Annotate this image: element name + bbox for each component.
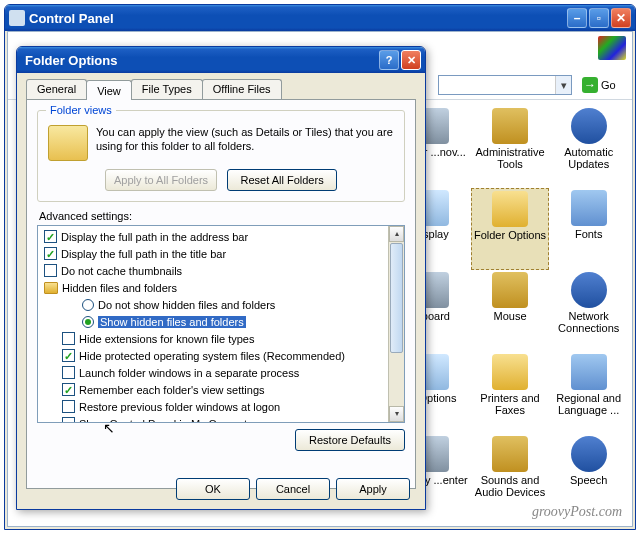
- tree-row-label: Remember each folder's view settings: [79, 384, 265, 396]
- dialog-title: Folder Options: [21, 53, 379, 68]
- tree-row[interactable]: Remember each folder's view settings: [38, 381, 388, 398]
- checkbox-icon[interactable]: [62, 383, 75, 396]
- checkbox-icon[interactable]: [62, 417, 75, 422]
- cp-item-label: Speech: [570, 474, 607, 486]
- tree-row-label: Do not show hidden files and folders: [98, 299, 275, 311]
- cp-item[interactable]: Folder Options: [471, 188, 550, 270]
- tree-row[interactable]: Do not cache thumbnails: [38, 262, 388, 279]
- tab-offline-files[interactable]: Offline Files: [202, 79, 282, 99]
- tab-panel-view: Folder views You can apply the view (suc…: [26, 99, 416, 489]
- main-titlebar[interactable]: Control Panel – ▫ ✕: [5, 5, 635, 31]
- tree-row[interactable]: Hide protected operating system files (R…: [38, 347, 388, 364]
- apply-all-folders-button[interactable]: Apply to All Folders: [105, 169, 217, 191]
- dialog-body: GeneralViewFile TypesOffline Files Folde…: [20, 73, 422, 506]
- tree-row-label: Do not cache thumbnails: [61, 265, 182, 277]
- folder-icon: [44, 282, 58, 294]
- radio-icon[interactable]: [82, 316, 94, 328]
- tree-row-label: Hide protected operating system files (R…: [79, 350, 345, 362]
- go-arrow-icon: →: [582, 77, 598, 93]
- scroll-up-icon[interactable]: ▴: [389, 226, 404, 242]
- cp-item-icon: [492, 108, 528, 144]
- folder-views-legend: Folder views: [46, 104, 116, 116]
- cp-item[interactable]: Network Connections: [549, 270, 628, 352]
- scroll-thumb[interactable]: [390, 243, 403, 353]
- help-button[interactable]: ?: [379, 50, 399, 70]
- tree-row[interactable]: Hidden files and folders: [38, 279, 388, 296]
- tree-row[interactable]: Show Control Panel in My Computer: [38, 415, 388, 422]
- cancel-button[interactable]: Cancel: [256, 478, 330, 500]
- address-bar[interactable]: ▾: [438, 75, 572, 95]
- folder-views-group: Folder views You can apply the view (suc…: [37, 110, 405, 202]
- tree-scrollbar[interactable]: ▴ ▾: [388, 226, 404, 422]
- tree-row-label: Hide extensions for known file types: [79, 333, 254, 345]
- tab-file-types[interactable]: File Types: [131, 79, 203, 99]
- cp-item[interactable]: Printers and Faxes: [471, 352, 550, 434]
- ok-button[interactable]: OK: [176, 478, 250, 500]
- folder-options-dialog: Folder Options ? ✕ GeneralViewFile Types…: [16, 46, 426, 510]
- cp-item[interactable]: Fonts: [549, 188, 628, 270]
- dialog-close-button[interactable]: ✕: [401, 50, 421, 70]
- reset-all-folders-button[interactable]: Reset All Folders: [227, 169, 337, 191]
- checkbox-icon[interactable]: [62, 400, 75, 413]
- control-panel-icon: [9, 10, 25, 26]
- cp-item-icon: [571, 190, 607, 226]
- scroll-down-icon[interactable]: ▾: [389, 406, 404, 422]
- tab-view[interactable]: View: [86, 80, 132, 100]
- tree-row[interactable]: Display the full path in the address bar: [38, 228, 388, 245]
- cp-item-icon: [571, 436, 607, 472]
- cp-item[interactable]: Administrative Tools: [471, 106, 550, 188]
- checkbox-icon[interactable]: [44, 247, 57, 260]
- watermark: groovyPost.com: [532, 504, 622, 520]
- cp-item-label: Automatic Updates: [551, 146, 626, 170]
- cp-item-label: Folder Options: [474, 229, 546, 241]
- cp-item-label: Mouse: [493, 310, 526, 322]
- tree-row[interactable]: Hide extensions for known file types: [38, 330, 388, 347]
- cp-item[interactable]: Mouse: [471, 270, 550, 352]
- minimize-button[interactable]: –: [567, 8, 587, 28]
- checkbox-icon[interactable]: [44, 230, 57, 243]
- dialog-button-row: OK Cancel Apply: [176, 478, 410, 500]
- address-dropdown-icon[interactable]: ▾: [555, 76, 571, 94]
- folder-views-text: You can apply the view (such as Details …: [96, 125, 394, 153]
- tree-row-label: Display the full path in the title bar: [61, 248, 226, 260]
- cp-item[interactable]: Automatic Updates: [549, 106, 628, 188]
- cp-item-label: Sounds and Audio Devices: [473, 474, 548, 498]
- tree-row[interactable]: Do not show hidden files and folders: [38, 296, 388, 313]
- tree-row[interactable]: Show hidden files and folders: [38, 313, 388, 330]
- cp-item-icon: [492, 436, 528, 472]
- windows-flag-icon: [598, 36, 626, 60]
- advanced-settings-tree[interactable]: Display the full path in the address bar…: [37, 225, 405, 423]
- maximize-button[interactable]: ▫: [589, 8, 609, 28]
- cp-item[interactable]: Regional and Language ...: [549, 352, 628, 434]
- checkbox-icon[interactable]: [44, 264, 57, 277]
- checkbox-icon[interactable]: [62, 332, 75, 345]
- apply-button[interactable]: Apply: [336, 478, 410, 500]
- go-button[interactable]: → Go: [580, 75, 626, 95]
- advanced-settings-label: Advanced settings:: [39, 210, 405, 222]
- cp-item-label: Regional and Language ...: [551, 392, 626, 416]
- tree-row-label: Launch folder windows in a separate proc…: [79, 367, 299, 379]
- checkbox-icon[interactable]: [62, 349, 75, 362]
- tabstrip: GeneralViewFile TypesOffline Files: [20, 73, 422, 99]
- cp-item-label: Network Connections: [551, 310, 626, 334]
- cp-item-icon: [492, 272, 528, 308]
- dialog-titlebar[interactable]: Folder Options ? ✕: [17, 47, 425, 73]
- tab-general[interactable]: General: [26, 79, 87, 99]
- tree-row-label: Display the full path in the address bar: [61, 231, 248, 243]
- tree-row[interactable]: Display the full path in the title bar: [38, 245, 388, 262]
- tree-row[interactable]: Launch folder windows in a separate proc…: [38, 364, 388, 381]
- main-close-button[interactable]: ✕: [611, 8, 631, 28]
- cp-item-icon: [492, 191, 528, 227]
- restore-defaults-button[interactable]: Restore Defaults: [295, 429, 405, 451]
- checkbox-icon[interactable]: [62, 366, 75, 379]
- folder-views-icon: [48, 125, 88, 161]
- tree-row[interactable]: Restore previous folder windows at logon: [38, 398, 388, 415]
- tree-row-label: Hidden files and folders: [62, 282, 177, 294]
- radio-icon[interactable]: [82, 299, 94, 311]
- cp-item-icon: [571, 272, 607, 308]
- tree-row-label: Restore previous folder windows at logon: [79, 401, 280, 413]
- tree-row-label: Show hidden files and folders: [98, 316, 246, 328]
- cp-item-icon: [571, 354, 607, 390]
- go-label: Go: [601, 79, 616, 91]
- cp-item-label: Fonts: [575, 228, 603, 240]
